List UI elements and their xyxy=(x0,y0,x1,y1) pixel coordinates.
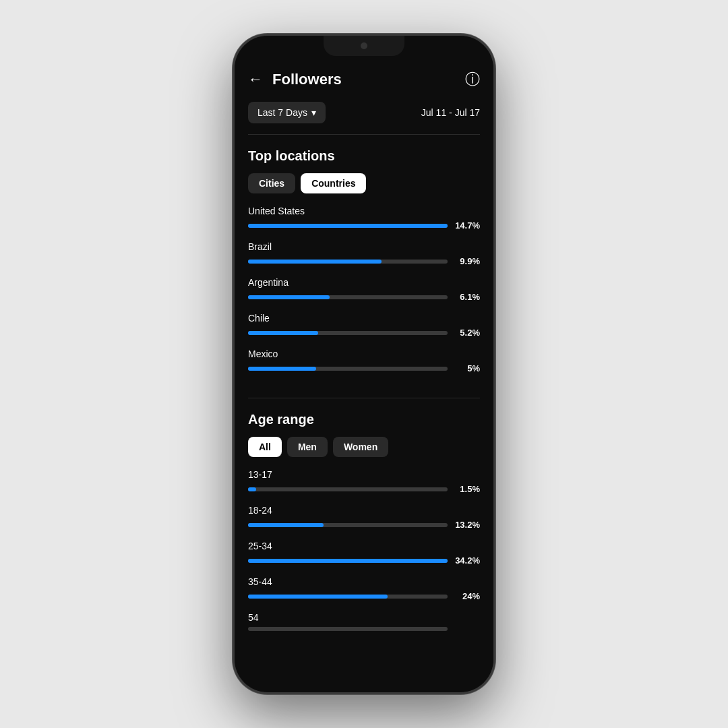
bar-track-35-44 xyxy=(248,595,448,599)
age-tab-group: All Men Women xyxy=(248,437,480,457)
bar-row-18-24: 18-24 13.2% xyxy=(248,505,480,530)
date-filter-label: Last 7 Days xyxy=(257,107,307,118)
bar-track-wrap-54 xyxy=(248,627,480,631)
bar-label-54: 54 xyxy=(248,612,480,623)
date-range-label: Jul 11 - Jul 17 xyxy=(421,107,480,118)
bar-row-argentina: Argentina 6.1% xyxy=(248,277,480,302)
section-gap xyxy=(235,384,493,398)
bar-value-25-34: 34.2% xyxy=(454,555,480,566)
bar-fill-13-17 xyxy=(248,487,256,491)
bar-row-united-states: United States 14.7% xyxy=(248,206,480,231)
bar-label-25-34: 25-34 xyxy=(248,541,480,551)
bar-fill-18-24 xyxy=(248,523,324,527)
page-title: Followers xyxy=(272,71,342,88)
bar-row-35-44: 35-44 24% xyxy=(248,576,480,601)
bar-row-brazil: Brazil 9.9% xyxy=(248,241,480,266)
bar-track-13-17 xyxy=(248,487,448,491)
bar-fill-united-states xyxy=(248,224,448,228)
bar-track-brazil xyxy=(248,260,448,264)
bar-value-35-44: 24% xyxy=(454,591,480,601)
tab-countries[interactable]: Countries xyxy=(301,173,366,193)
bar-fill-mexico xyxy=(248,367,316,371)
bar-track-wrap-mexico: 5% xyxy=(248,363,480,373)
bar-label-brazil: Brazil xyxy=(248,241,480,252)
bar-row-25-34: 25-34 34.2% xyxy=(248,541,480,566)
bar-track-wrap-united-states: 14.7% xyxy=(248,220,480,231)
bar-value-18-24: 13.2% xyxy=(454,520,480,530)
bar-track-wrap-brazil: 9.9% xyxy=(248,256,480,266)
location-tab-group: Cities Countries xyxy=(248,173,480,193)
bar-fill-brazil xyxy=(248,260,382,264)
bar-track-wrap-25-34: 34.2% xyxy=(248,555,480,566)
bar-fill-argentina xyxy=(248,295,330,299)
bar-value-chile: 5.2% xyxy=(454,328,480,338)
bar-fill-25-34 xyxy=(248,559,448,563)
phone-camera xyxy=(361,42,367,49)
bar-label-35-44: 35-44 xyxy=(248,576,480,587)
bar-track-wrap-chile: 5.2% xyxy=(248,328,480,338)
bar-track-wrap-13-17: 1.5% xyxy=(248,484,480,494)
bar-value-brazil: 9.9% xyxy=(454,256,480,266)
info-icon[interactable]: ⓘ xyxy=(465,69,480,90)
bar-label-mexico: Mexico xyxy=(248,348,480,359)
screen: ← Followers ⓘ Last 7 Days ▾ Jul 11 - Jul… xyxy=(235,36,493,692)
bar-row-mexico: Mexico 5% xyxy=(248,348,480,373)
age-range-title: Age range xyxy=(248,412,480,427)
tab-women[interactable]: Women xyxy=(333,437,388,457)
bar-track-wrap-18-24: 13.2% xyxy=(248,520,480,530)
tab-men[interactable]: Men xyxy=(287,437,328,457)
bar-value-united-states: 14.7% xyxy=(454,220,480,231)
top-locations-title: Top locations xyxy=(248,148,480,164)
bar-value-mexico: 5% xyxy=(454,363,480,373)
bar-track-chile xyxy=(248,331,448,335)
bar-value-argentina: 6.1% xyxy=(454,292,480,302)
bar-row-chile: Chile 5.2% xyxy=(248,313,480,338)
back-icon[interactable]: ← xyxy=(248,71,263,88)
bar-track-united-states xyxy=(248,224,448,228)
bar-label-18-24: 18-24 xyxy=(248,505,480,516)
bar-label-chile: Chile xyxy=(248,313,480,324)
bar-track-18-24 xyxy=(248,523,448,527)
filter-row: Last 7 Days ▾ Jul 11 - Jul 17 xyxy=(235,96,493,134)
bar-row-13-17: 13-17 1.5% xyxy=(248,469,480,494)
tab-all[interactable]: All xyxy=(248,437,282,457)
bar-track-wrap-argentina: 6.1% xyxy=(248,292,480,302)
tab-cities[interactable]: Cities xyxy=(248,173,295,193)
bar-track-25-34 xyxy=(248,559,448,563)
bar-label-united-states: United States xyxy=(248,206,480,216)
bar-fill-35-44 xyxy=(248,595,388,599)
chevron-down-icon: ▾ xyxy=(311,107,316,118)
bar-label-13-17: 13-17 xyxy=(248,469,480,480)
bar-row-54: 54 xyxy=(248,612,480,631)
bar-value-13-17: 1.5% xyxy=(454,484,480,494)
top-locations-section: Top locations Cities Countries United St… xyxy=(235,135,493,373)
bar-track-mexico xyxy=(248,367,448,371)
age-range-section: Age range All Men Women 13-17 1.5% 18-24 xyxy=(235,398,493,662)
bar-track-54 xyxy=(248,627,448,631)
phone-shell: ← Followers ⓘ Last 7 Days ▾ Jul 11 - Jul… xyxy=(233,34,495,694)
bar-track-argentina xyxy=(248,295,448,299)
date-filter-button[interactable]: Last 7 Days ▾ xyxy=(248,102,326,123)
bar-fill-chile xyxy=(248,331,318,335)
bar-track-wrap-35-44: 24% xyxy=(248,591,480,601)
bar-label-argentina: Argentina xyxy=(248,277,480,288)
